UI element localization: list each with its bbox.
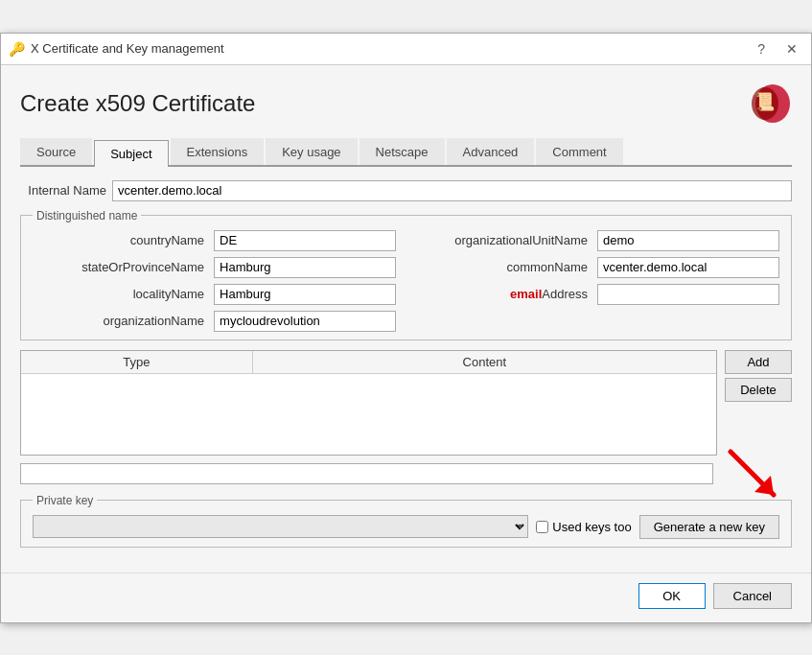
orgunit-label: organizationalUnitName: [406, 233, 588, 247]
tab-extensions[interactable]: Extensions: [171, 138, 265, 165]
app-logo: 📜: [725, 81, 792, 127]
state-label: stateOrProvinceName: [33, 260, 204, 274]
commonname-input[interactable]: [597, 257, 779, 278]
dialog-footer: OK Cancel: [1, 573, 811, 622]
add-button[interactable]: Add: [725, 350, 792, 374]
tab-key-usage[interactable]: Key usage: [266, 138, 357, 165]
locality-input[interactable]: [214, 284, 396, 305]
table-buttons: Add Delete: [725, 350, 792, 456]
key-select[interactable]: [33, 515, 528, 538]
state-input[interactable]: [214, 257, 396, 278]
locality-label: localityName: [33, 287, 204, 301]
cancel-button[interactable]: Cancel: [713, 583, 792, 609]
ok-button[interactable]: OK: [638, 583, 706, 609]
dn-grid: countryName organizationalUnitName state…: [33, 230, 779, 332]
page-title: Create x509 Certificate: [20, 90, 255, 117]
countryname-label: countryName: [33, 233, 204, 247]
svg-text:📜: 📜: [754, 91, 776, 112]
title-bar-controls: ? ✕: [752, 39, 803, 58]
email-label: emailAddress: [406, 287, 588, 301]
generate-key-button[interactable]: Generate a new key: [639, 515, 779, 539]
tab-source[interactable]: Source: [20, 138, 92, 165]
main-window: 🔑 X Certificate and Key management ? ✕ C…: [0, 33, 812, 623]
tab-netscape[interactable]: Netscape: [360, 138, 445, 165]
orgname-input[interactable]: [214, 311, 396, 332]
used-keys-label: Used keys too: [552, 520, 631, 534]
internal-name-row: Internal Name: [20, 180, 792, 201]
table-area: Type Content Add Delete: [20, 350, 792, 456]
delete-button[interactable]: Delete: [725, 378, 792, 402]
private-key-legend: Private key: [33, 494, 97, 507]
private-key-section: Private key Used keys too Generate a new…: [20, 494, 792, 548]
tab-bar: Source Subject Extensions Key usage Nets…: [20, 138, 792, 167]
title-bar: 🔑 X Certificate and Key management ? ✕: [1, 34, 811, 65]
dn-legend: Distinguished name: [33, 209, 141, 222]
title-bar-text: X Certificate and Key management: [31, 41, 224, 56]
table-header: Type Content: [21, 351, 716, 374]
internal-name-label: Internal Name: [20, 183, 106, 198]
used-keys-group: Used keys too: [536, 520, 631, 534]
app-icon: 🔑: [9, 41, 25, 57]
dn-section: Distinguished name countryName organizat…: [20, 209, 792, 340]
window-body: Create x509 Certificate 📜 Source Subject…: [1, 65, 811, 573]
table-body: [21, 374, 716, 451]
commonname-label: commonName: [406, 260, 588, 274]
dn-table: Type Content: [20, 350, 717, 456]
dn-text-input[interactable]: [20, 463, 713, 484]
text-input-row: [20, 463, 792, 484]
orgunit-input[interactable]: [597, 230, 779, 251]
orgname-label: organizationName: [33, 314, 204, 328]
tab-comment[interactable]: Comment: [536, 138, 622, 165]
help-button[interactable]: ?: [752, 39, 771, 58]
close-button[interactable]: ✕: [780, 39, 803, 58]
countryname-input[interactable]: [214, 230, 396, 251]
email-input[interactable]: [597, 284, 779, 305]
private-key-row: Used keys too Generate a new key: [33, 515, 779, 539]
col-content: Content: [253, 351, 716, 373]
title-bar-left: 🔑 X Certificate and Key management: [9, 41, 224, 57]
page-title-row: Create x509 Certificate 📜: [20, 81, 792, 127]
col-type: Type: [21, 351, 253, 373]
internal-name-input[interactable]: [112, 180, 792, 201]
used-keys-checkbox[interactable]: [536, 521, 548, 533]
tab-advanced[interactable]: Advanced: [447, 138, 535, 165]
key-select-wrapper: [33, 515, 528, 538]
tab-subject[interactable]: Subject: [94, 140, 168, 167]
